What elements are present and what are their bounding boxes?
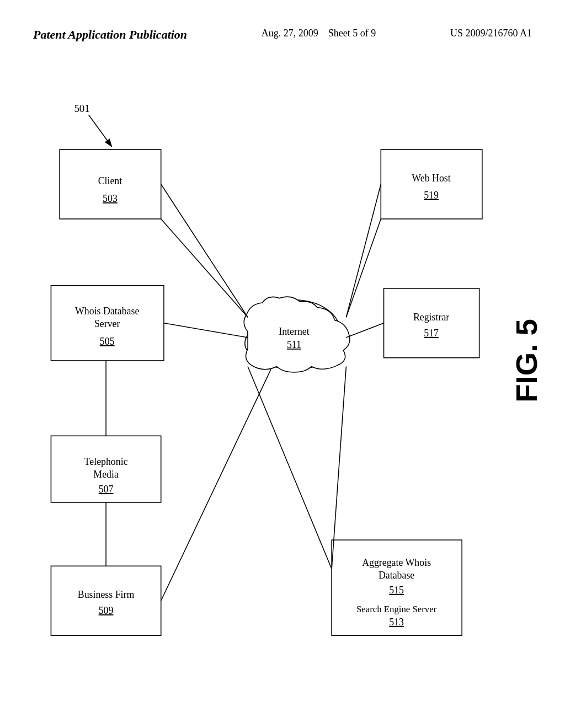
whois-label2: Server	[94, 318, 120, 329]
telephonic-label2: Media	[93, 469, 119, 480]
patent-page: Patent Application Publication Aug. 27, …	[0, 0, 565, 728]
internet-number: 511	[287, 339, 301, 350]
line-internet-aggregate1	[248, 366, 332, 569]
diagram-area: 501 Client 503 Web Host 519 Whois Databa…	[22, 77, 543, 695]
header-right-patent: US 2009/216760 A1	[450, 28, 532, 39]
ref-arrow	[89, 115, 112, 147]
header-center: Aug. 27, 2009 Sheet 5 of 9	[262, 28, 376, 39]
telephonic-number: 507	[99, 484, 114, 495]
webhost-box	[381, 149, 482, 219]
client-number: 503	[103, 193, 118, 204]
aggregate-number: 515	[389, 585, 404, 596]
searchengine-number: 513	[389, 617, 404, 628]
line-client-internet2	[161, 219, 248, 317]
businessfirm-number: 509	[99, 605, 114, 616]
main-svg: 501 Client 503 Web Host 519 Whois Databa…	[22, 77, 543, 714]
webhost-label: Web Host	[412, 173, 450, 184]
whois-label1: Whois Database	[75, 306, 139, 317]
registrar-label: Registrar	[413, 312, 449, 323]
line-client-internet1	[161, 184, 248, 317]
whois-number: 505	[100, 336, 115, 347]
line-registrar-internet	[346, 323, 383, 338]
registrar-box	[384, 288, 479, 358]
header-left-label: Patent Application Publication	[33, 28, 187, 42]
webhost-number: 519	[424, 190, 439, 201]
fig-label: FIG. 5	[510, 319, 543, 403]
aggregate-label1: Aggregate Whois	[362, 557, 431, 568]
aggregate-label2: Database	[379, 570, 414, 581]
line-business-internet	[161, 370, 271, 601]
businessfirm-box	[51, 566, 161, 635]
searchengine-label: Search Engine Server	[356, 604, 437, 614]
line-internet-aggregate2	[332, 366, 346, 569]
telephonic-label1: Telephonic	[84, 456, 128, 467]
line-webhost-internet2	[346, 219, 381, 317]
registrar-number: 517	[424, 328, 439, 339]
client-label: Client	[98, 175, 122, 186]
internet-label: Internet	[279, 326, 309, 337]
businessfirm-label1: Business Firm	[78, 589, 135, 600]
line-whois-internet	[164, 323, 248, 338]
ref-501: 501	[74, 103, 89, 114]
header: Patent Application Publication Aug. 27, …	[0, 28, 565, 42]
line-webhost-internet1	[346, 184, 381, 317]
